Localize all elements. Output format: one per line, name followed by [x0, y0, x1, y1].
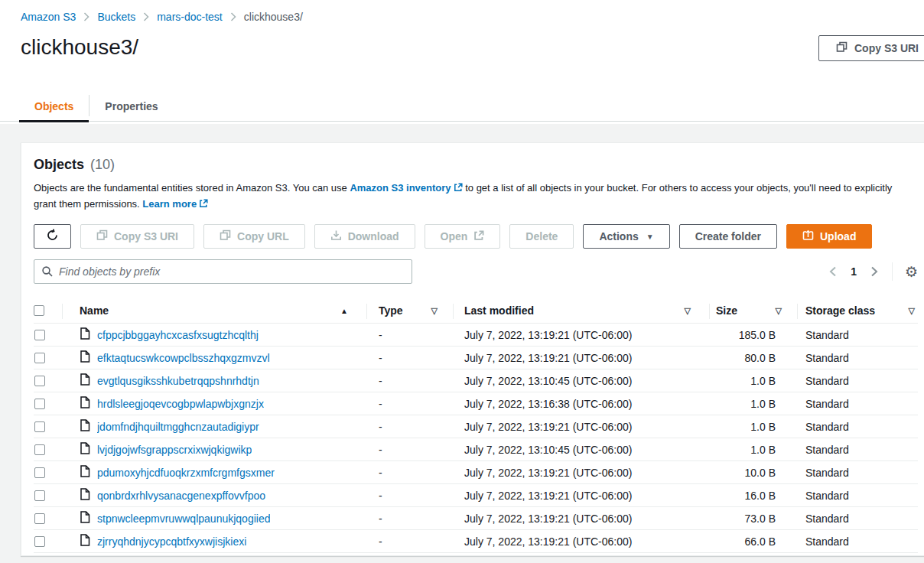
previous-page-button[interactable] [828, 265, 838, 278]
next-page-button[interactable] [869, 265, 880, 278]
object-type-cell: - [366, 415, 453, 438]
objects-toolbar: Copy S3 URI Copy URL Download Open [34, 224, 918, 249]
external-link-icon [454, 181, 463, 197]
find-objects-input[interactable] [34, 259, 412, 284]
table-row: stpnwcleepmvruwwqlpaunukjqogiied - July … [34, 507, 918, 530]
objects-panel-title: Objects [34, 157, 84, 173]
row-checkbox[interactable] [34, 421, 45, 432]
column-header-type[interactable]: Type ▽ [366, 298, 453, 323]
delete-label: Delete [525, 230, 558, 242]
object-size-cell: 80.0 B [709, 347, 797, 369]
objects-description: Objects are the fundamental entities sto… [34, 181, 902, 213]
row-checkbox[interactable] [34, 467, 45, 478]
tab-objects[interactable]: Objects [19, 90, 89, 122]
column-header-storage-class[interactable]: Storage class ▽ [797, 298, 918, 323]
object-storage-class-cell: Standard [797, 415, 918, 438]
select-all-checkbox[interactable] [34, 305, 44, 316]
table-row: hrdlsleegjoqevcogbpwlapwbjxgnzjx - July … [34, 392, 918, 415]
column-header-last-modified[interactable]: Last modified ▽ [453, 298, 709, 323]
breadcrumb-mars-doc-test[interactable]: mars-doc-test [157, 11, 223, 23]
external-link-icon [199, 197, 208, 213]
search-row: 1 ⚙ [34, 259, 918, 284]
row-checkbox[interactable] [34, 490, 45, 501]
refresh-icon [46, 229, 59, 244]
table-body: cfppcjbbggayhcxcasfxsugtzhcqlthj - July … [34, 324, 918, 553]
chevron-right-icon [143, 12, 149, 21]
refresh-button[interactable] [34, 224, 71, 249]
object-name-link[interactable]: stpnwcleepmvruwwqlpaunukjqogiied [97, 513, 270, 525]
row-checkbox[interactable] [34, 353, 45, 363]
copy-s3-uri-top-label: Copy S3 URI [854, 42, 919, 54]
object-size-cell: 1.0 B [709, 415, 797, 438]
breadcrumb-buckets[interactable]: Buckets [97, 11, 135, 23]
row-checkbox[interactable] [34, 330, 45, 340]
row-checkbox[interactable] [34, 513, 45, 524]
sort-ascending-icon: ▲ [340, 307, 348, 315]
breadcrumb-amazon-s3[interactable]: Amazon S3 [21, 11, 76, 23]
table-row: qonbrdxrhlvysanacgenexpffovvfpoo - July … [34, 484, 918, 507]
column-header-name[interactable]: Name ▲ [62, 298, 366, 323]
row-checkbox[interactable] [34, 536, 45, 547]
sort-icon: ▽ [909, 306, 915, 316]
sort-icon: ▽ [431, 306, 438, 316]
object-last-modified-cell: July 7, 2022, 13:10:45 (UTC-06:00) [453, 369, 709, 392]
object-name-link[interactable]: efktaqtucswkcowpclbsszhqxgzmvzvl [97, 352, 270, 364]
sort-icon: ▽ [776, 306, 782, 316]
object-type-cell: - [366, 347, 453, 369]
object-name-link[interactable]: lvjdjgojwfsgrappscrxixwjqkigwikp [97, 444, 252, 456]
object-storage-class-cell: Standard [797, 369, 918, 392]
object-name-link[interactable]: evgtlqusgiksshkubetrqqpshnrhdtjn [97, 375, 259, 387]
object-last-modified-cell: July 7, 2022, 13:19:21 (UTC-06:00) [453, 415, 709, 438]
pagination: 1 ⚙ [828, 262, 918, 281]
object-type-cell: - [366, 438, 453, 460]
amazon-s3-inventory-link[interactable]: Amazon S3 inventory [350, 182, 462, 194]
row-checkbox[interactable] [34, 444, 45, 455]
objects-count: (10) [90, 157, 115, 173]
object-size-cell: 1.0 B [709, 438, 797, 460]
object-size-cell: 16.0 B [709, 484, 797, 506]
file-icon [80, 534, 90, 548]
download-button[interactable]: Download [314, 224, 415, 249]
open-button[interactable]: Open [425, 224, 501, 249]
object-last-modified-cell: July 7, 2022, 13:19:21 (UTC-06:00) [453, 507, 709, 529]
object-type-cell: - [366, 530, 453, 552]
object-name-link[interactable]: zjrryqhdnjycypcqbtfxyxwjisjkiexi [97, 535, 246, 548]
object-name-link[interactable]: hrdlsleegjoqevcogbpwlapwbjxgnzjx [97, 398, 264, 410]
open-label: Open [441, 230, 468, 242]
object-name-link[interactable]: pdumoxyhjcdfuoqkrzxmfcrgmfgsxmer [97, 467, 275, 479]
tab-properties[interactable]: Properties [89, 90, 173, 122]
object-name-link[interactable]: cfppcjbbggayhcxcasfxsugtzhcqlthj [97, 329, 259, 341]
table-header-row: Name ▲ Type ▽ Last modified ▽ [34, 298, 918, 324]
objects-panel: Objects (10) Objects are the fundamental… [21, 142, 924, 556]
copy-icon [96, 229, 108, 243]
settings-gear-icon[interactable]: ⚙ [905, 265, 918, 279]
object-storage-class-cell: Standard [797, 392, 918, 415]
object-last-modified-cell: July 7, 2022, 13:10:45 (UTC-06:00) [453, 438, 709, 460]
column-header-size[interactable]: Size ▽ [709, 298, 797, 323]
row-checkbox[interactable] [34, 376, 45, 386]
copy-url-button[interactable]: Copy URL [203, 224, 305, 249]
copy-icon [220, 229, 231, 243]
object-storage-class-cell: Standard [797, 324, 918, 346]
upload-icon [802, 229, 814, 243]
copy-s3-uri-top-button[interactable]: Copy S3 URI [818, 35, 924, 61]
actions-dropdown-button[interactable]: Actions ▼ [583, 224, 669, 249]
delete-button[interactable]: Delete [509, 224, 574, 249]
object-name-link[interactable]: jdomfndjhquiltmgghcnzautadigiypr [97, 421, 259, 433]
copy-s3-uri-button[interactable]: Copy S3 URI [80, 224, 194, 249]
learn-more-link[interactable]: Learn more [142, 198, 208, 210]
upload-button[interactable]: Upload [786, 224, 872, 249]
current-page-number[interactable]: 1 [849, 265, 858, 278]
object-type-cell: - [366, 507, 453, 529]
row-checkbox[interactable] [34, 399, 45, 409]
object-size-cell: 1.0 B [709, 369, 797, 392]
object-name-link[interactable]: qonbrdxrhlvysanacgenexpffovvfpoo [97, 490, 265, 502]
file-icon [80, 419, 90, 434]
file-icon [80, 511, 90, 526]
object-last-modified-cell: July 7, 2022, 13:19:21 (UTC-06:00) [453, 461, 709, 483]
objects-panel-header: Objects (10) [34, 157, 918, 173]
create-folder-button[interactable]: Create folder [679, 224, 777, 249]
object-storage-class-cell: Standard [797, 507, 918, 529]
object-last-modified-cell: July 7, 2022, 13:19:21 (UTC-06:00) [453, 484, 709, 506]
objects-table: Name ▲ Type ▽ Last modified ▽ [34, 298, 918, 553]
